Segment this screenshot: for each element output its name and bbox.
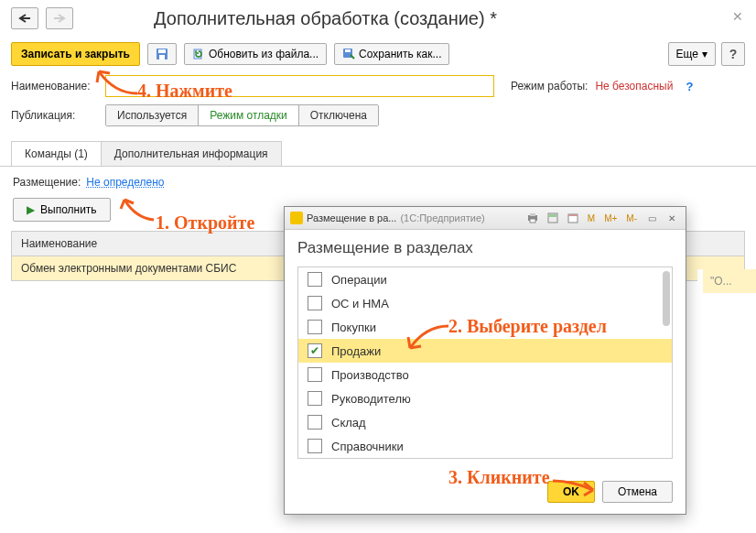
save-as-button[interactable]: Сохранить как... [334,43,449,65]
chevron-down-icon: ▾ [702,48,707,60]
pub-debug-button[interactable]: Режим отладки [199,105,299,125]
placement-dialog: Размещение в ра... (1С:Предприятие) M M+… [284,206,686,515]
section-item[interactable]: Склад [298,410,672,434]
svg-rect-10 [530,219,535,223]
memory-mplus-button[interactable]: M+ [601,213,620,223]
section-label: Руководителю [331,392,411,406]
publication-toggle: Используется Режим отладки Отключена [105,104,379,126]
section-label: Покупки [331,321,376,334]
app-logo-icon [290,212,303,224]
section-label: ОС и НМА [331,297,389,310]
more-button[interactable]: Еще ▾ [668,42,716,66]
save-close-button[interactable]: Записать и закрыть [11,42,140,66]
section-label: Справочники [331,440,404,453]
dialog-close-icon[interactable]: ✕ [664,211,680,225]
execute-label: Выполнить [40,203,97,216]
section-item[interactable]: ОС и НМА [298,291,672,315]
nav-back-button[interactable] [11,7,38,29]
diskette-icon [156,48,168,60]
dialog-cancel-button[interactable]: Отмена [602,481,673,503]
svg-rect-3 [158,49,166,53]
placement-label: Размещение: [13,176,81,189]
save-as-label: Сохранить как... [359,48,441,60]
section-label: Операции [331,273,387,287]
update-from-file-button[interactable]: Обновить из файла... [184,43,327,65]
svg-rect-9 [530,213,535,216]
name-field-label: Наименование: [11,80,98,92]
calculator-icon[interactable] [545,211,561,225]
publication-label: Публикация: [11,109,98,122]
save-as-icon [342,48,355,60]
checkbox[interactable]: ✔ [308,343,322,358]
section-item[interactable]: Покупки [298,315,672,339]
calendar-icon[interactable] [565,211,581,225]
svg-rect-4 [159,55,165,60]
name-input[interactable] [105,75,494,97]
checkbox[interactable] [308,439,322,453]
placement-link[interactable]: Не определено [86,176,164,189]
dialog-ok-button[interactable]: OK [547,481,595,503]
tab-commands[interactable]: Команды (1) [11,141,102,166]
print-icon[interactable] [524,211,541,225]
scrollbar-thumb[interactable] [663,271,670,326]
memory-m-button[interactable]: M [585,213,598,223]
sections-list: ОперацииОС и НМАПокупки✔ПродажиПроизводс… [297,266,673,459]
checkbox[interactable] [308,272,322,287]
checkbox[interactable] [308,415,322,430]
mode-help-icon[interactable]: ? [686,80,693,93]
checkbox[interactable] [308,296,322,310]
pub-used-button[interactable]: Используется [106,105,199,125]
tab-extra-info[interactable]: Дополнительная информация [101,141,282,166]
section-item[interactable]: Руководителю [298,386,672,410]
more-label: Еще [676,48,698,60]
mode-label: Режим работы: [511,80,588,92]
play-icon: ▶ [27,203,35,216]
save-button[interactable] [147,43,177,65]
help-button[interactable]: ? [721,42,745,66]
checkbox[interactable] [308,391,322,406]
table-cell-hint: "О... [697,269,756,293]
mode-value: Не безопасный [595,80,673,92]
memory-mminus-button[interactable]: M- [623,213,640,223]
section-label: Продажи [331,344,381,358]
svg-rect-12 [549,214,556,217]
section-item[interactable]: ✔Продажи [298,339,672,363]
minimize-icon[interactable]: ▭ [643,211,660,225]
checkbox[interactable] [308,320,322,334]
svg-rect-14 [568,214,578,216]
svg-rect-7 [345,49,351,52]
section-label: Склад [331,416,366,430]
checkbox[interactable] [308,367,322,382]
refresh-file-icon [192,48,205,60]
section-item[interactable]: Операции [298,267,672,291]
dialog-heading: Размещение в разделах [297,239,673,257]
update-from-file-label: Обновить из файла... [209,48,319,60]
dialog-title: Размещение в ра... [307,212,396,223]
close-icon[interactable]: ✕ [732,9,743,24]
section-item[interactable]: Справочники [298,434,672,458]
nav-forward-button[interactable] [46,7,73,29]
pub-off-button[interactable]: Отключена [299,105,378,125]
dialog-app-name: (1С:Предприятие) [400,212,484,223]
section-item[interactable]: Производство [298,363,672,386]
section-label: Производство [331,368,409,382]
page-title: Дополнительная обработка (создание) * [154,8,497,29]
execute-button[interactable]: ▶ Выполнить [13,198,111,222]
